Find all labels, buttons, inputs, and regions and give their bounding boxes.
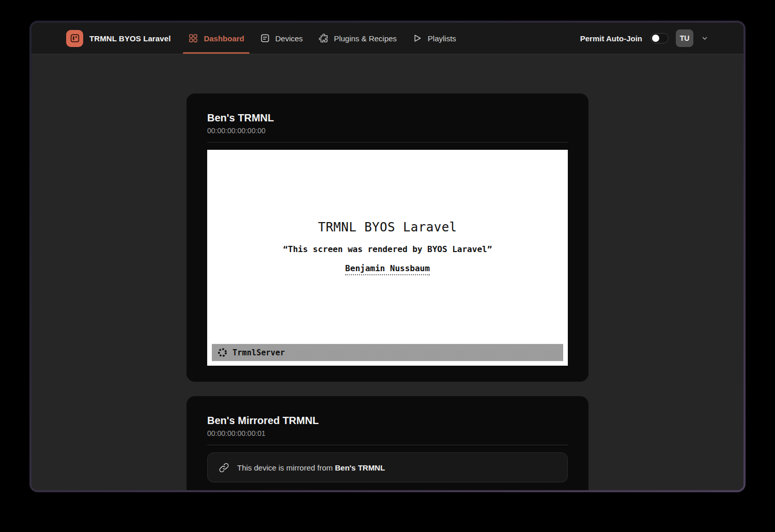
mirror-notice-text: This device is mirrored from Ben's TRMNL — [237, 463, 385, 472]
device-card-bens-mirrored-trmnl[interactable]: Ben's Mirrored TRMNL 00:00:00:00:00:01 T… — [187, 396, 588, 490]
permit-auto-join-label: Permit Auto-Join — [580, 34, 642, 43]
device-mac-address: 00:00:00:00:00:00 — [207, 127, 568, 135]
mirror-notice-prefix: This device is mirrored from — [237, 463, 335, 472]
user-avatar[interactable]: TU — [676, 29, 693, 47]
screen-quote: “This screen was rendered by BYOS Larave… — [283, 244, 492, 254]
play-icon — [412, 33, 423, 43]
dashboard-grid-icon — [188, 33, 198, 43]
trmnl-logo-icon — [66, 30, 83, 47]
dashboard-content: Ben's TRMNL 00:00:00:00:00:00 TRMNL BYOS… — [32, 54, 743, 490]
link-icon — [218, 462, 230, 474]
nav-item-label: Plugins & Recipes — [334, 34, 397, 43]
mirror-source-device: Ben's TRMNL — [335, 463, 385, 472]
nav-item-dashboard[interactable]: Dashboard — [188, 23, 244, 54]
nav-items: Dashboard Devices — [188, 23, 456, 54]
brand-title: TRMNL BYOS Laravel — [89, 34, 171, 43]
mirror-notice-panel: This device is mirrored from Ben's TRMNL — [207, 452, 568, 482]
divider — [207, 142, 568, 143]
device-name: Ben's TRMNL — [207, 112, 568, 124]
screen-status-bar: TrmnlServer — [212, 344, 563, 361]
nav-item-plugins-recipes[interactable]: Plugins & Recipes — [318, 23, 397, 54]
top-navbar: TRMNL BYOS Laravel Dashboard — [32, 23, 743, 54]
app-window: TRMNL BYOS Laravel Dashboard — [32, 23, 743, 490]
devices-icon — [260, 33, 270, 43]
spinner-icon — [218, 348, 227, 357]
nav-item-label: Dashboard — [204, 34, 244, 43]
nav-item-devices[interactable]: Devices — [260, 23, 303, 54]
permit-auto-join-toggle[interactable] — [650, 33, 669, 43]
eink-screen-preview: TRMNL BYOS Laravel “This screen was rend… — [207, 150, 568, 366]
device-mac-address: 00:00:00:00:00:01 — [207, 429, 568, 437]
screen-author-link: Benjamin Nussbaum — [345, 263, 430, 275]
screen-title: TRMNL BYOS Laravel — [318, 220, 457, 234]
puzzle-icon — [318, 33, 329, 43]
chevron-down-icon[interactable] — [701, 34, 709, 42]
toggle-knob — [652, 35, 659, 42]
device-name: Ben's Mirrored TRMNL — [207, 415, 568, 427]
nav-item-playlists[interactable]: Playlists — [412, 23, 456, 54]
brand: TRMNL BYOS Laravel — [66, 23, 171, 54]
nav-item-label: Devices — [275, 34, 303, 43]
nav-item-label: Playlists — [428, 34, 456, 43]
device-card-bens-trmnl[interactable]: Ben's TRMNL 00:00:00:00:00:00 TRMNL BYOS… — [187, 93, 588, 382]
screen-status-label: TrmnlServer — [233, 348, 285, 357]
app-window-frame: TRMNL BYOS Laravel Dashboard — [29, 21, 746, 492]
navbar-right: Permit Auto-Join TU — [580, 23, 709, 54]
divider — [207, 445, 568, 445]
